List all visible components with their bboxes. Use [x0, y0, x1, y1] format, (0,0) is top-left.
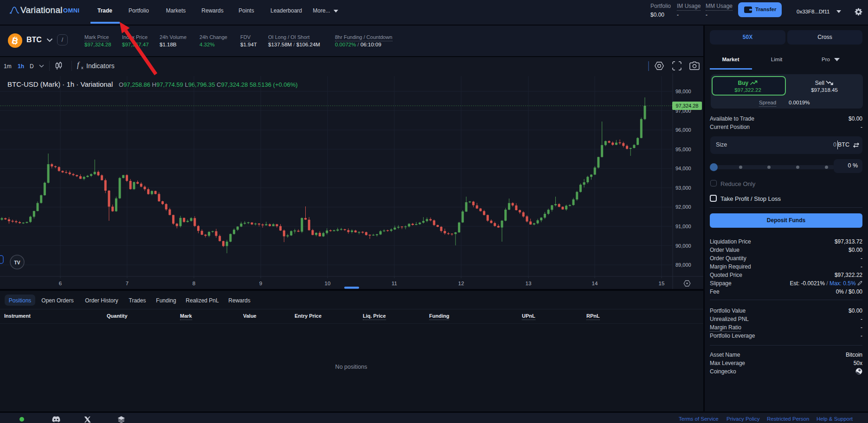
svg-text:93,000: 93,000 — [675, 185, 691, 191]
svg-text:92,000: 92,000 — [675, 204, 691, 210]
svg-text:TV: TV — [14, 260, 20, 265]
svg-text:95,000: 95,000 — [675, 147, 691, 152]
svg-text:13: 13 — [526, 281, 532, 286]
svg-text:97,324.28: 97,324.28 — [676, 103, 699, 109]
svg-text:12: 12 — [458, 281, 464, 286]
svg-text:98,000: 98,000 — [675, 89, 691, 94]
svg-text:94,000: 94,000 — [675, 166, 691, 171]
svg-text:6: 6 — [59, 281, 62, 286]
svg-text:15: 15 — [659, 281, 665, 286]
svg-text:10: 10 — [325, 281, 331, 286]
svg-text:11: 11 — [392, 281, 397, 286]
svg-text:91,000: 91,000 — [675, 224, 691, 229]
svg-text:89,000: 89,000 — [675, 262, 691, 268]
svg-text:90,000: 90,000 — [675, 243, 691, 249]
svg-text:96,000: 96,000 — [675, 127, 691, 133]
svg-text:8: 8 — [193, 281, 195, 286]
svg-text:7: 7 — [126, 281, 129, 286]
svg-text:9: 9 — [259, 281, 262, 286]
svg-text:14: 14 — [592, 281, 598, 286]
